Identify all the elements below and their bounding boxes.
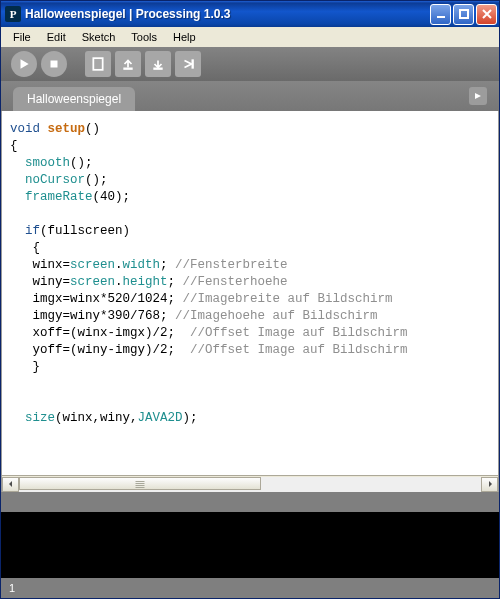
horizontal-scrollbar[interactable]	[2, 475, 498, 492]
open-button[interactable]	[115, 51, 141, 77]
maximize-button[interactable]	[453, 4, 474, 25]
line-number-indicator: 1	[9, 582, 15, 594]
svg-rect-3	[93, 58, 102, 70]
chevron-left-icon	[7, 480, 15, 488]
window-title: Halloweenspiegel | Processing 1.0.3	[25, 7, 430, 21]
window-control-buttons	[430, 4, 497, 25]
svg-rect-6	[192, 59, 194, 68]
code-editor[interactable]: void setup(){ smooth(); noCursor(); fram…	[2, 111, 498, 475]
titlebar[interactable]: P Halloweenspiegel | Processing 1.0.3	[1, 1, 499, 27]
editor-area: void setup(){ smooth(); noCursor(); fram…	[1, 111, 499, 492]
toolbar	[1, 47, 499, 81]
close-button[interactable]	[476, 4, 497, 25]
svg-rect-1	[460, 10, 468, 18]
new-button[interactable]	[85, 51, 111, 77]
statusbar: 1	[1, 578, 499, 598]
app-icon: P	[5, 6, 21, 22]
scrollbar-track[interactable]	[19, 477, 481, 492]
scrollbar-thumb[interactable]	[19, 477, 261, 490]
menu-tools[interactable]: Tools	[123, 29, 165, 45]
scroll-left-button[interactable]	[2, 477, 19, 492]
app-window: P Halloweenspiegel | Processing 1.0.3 Fi…	[0, 0, 500, 599]
minimize-button[interactable]	[430, 4, 451, 25]
save-button[interactable]	[145, 51, 171, 77]
run-button[interactable]	[11, 51, 37, 77]
menu-file[interactable]: File	[5, 29, 39, 45]
svg-rect-2	[51, 61, 58, 68]
menu-sketch[interactable]: Sketch	[74, 29, 124, 45]
tab-sketch[interactable]: Halloweenspiegel	[13, 87, 135, 111]
svg-rect-5	[153, 68, 162, 70]
scroll-right-button[interactable]	[481, 477, 498, 492]
chevron-right-icon	[486, 480, 494, 488]
arrow-right-icon	[473, 91, 483, 101]
tab-menu-button[interactable]	[469, 87, 487, 105]
export-button[interactable]	[175, 51, 201, 77]
menu-help[interactable]: Help	[165, 29, 204, 45]
svg-rect-4	[123, 68, 132, 70]
menu-edit[interactable]: Edit	[39, 29, 74, 45]
message-area	[1, 492, 499, 512]
console[interactable]	[1, 512, 499, 578]
svg-rect-0	[437, 16, 445, 18]
tab-bar: Halloweenspiegel	[1, 81, 499, 111]
stop-button[interactable]	[41, 51, 67, 77]
menubar: File Edit Sketch Tools Help	[1, 27, 499, 47]
